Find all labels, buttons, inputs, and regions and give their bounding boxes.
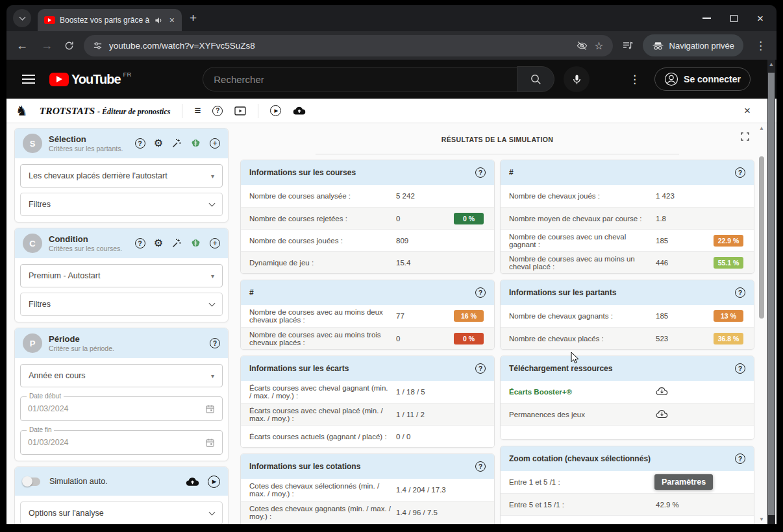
section-subtitle: Critère sur la période. bbox=[49, 345, 114, 352]
simulation-label: Simulation auto. bbox=[49, 477, 108, 486]
ai-brain-icon[interactable] bbox=[190, 238, 201, 249]
page-scrollbar[interactable]: ▲ bbox=[767, 60, 775, 524]
new-tab-button[interactable]: + bbox=[190, 11, 197, 25]
reload-button[interactable] bbox=[64, 40, 75, 51]
run-simulation-icon[interactable]: ▶ bbox=[270, 105, 281, 116]
run-simulation-icon[interactable]: ▶ bbox=[208, 476, 220, 488]
stat-value: 0 / 0 bbox=[396, 433, 452, 441]
help-icon[interactable]: ? bbox=[210, 338, 220, 348]
date-start-field[interactable]: Date début 01/03/2024 bbox=[20, 396, 223, 421]
percent-badge: 0 % bbox=[454, 333, 484, 345]
page-scrollbar-thumb[interactable] bbox=[768, 73, 775, 515]
gear-icon[interactable]: ⚙ bbox=[154, 138, 163, 149]
stats-panel: Informations sur les cotations ? Cotes d… bbox=[240, 453, 495, 524]
help-icon[interactable]: ? bbox=[135, 238, 145, 248]
help-icon[interactable]: ? bbox=[735, 287, 745, 298]
magic-wand-icon[interactable] bbox=[171, 138, 182, 149]
help-icon[interactable]: ? bbox=[475, 461, 486, 472]
extension-help-icon[interactable]: ? bbox=[212, 106, 223, 116]
help-icon[interactable]: ? bbox=[135, 138, 145, 149]
chevron-down-icon bbox=[209, 509, 216, 516]
eye-off-icon[interactable] bbox=[577, 40, 588, 51]
gear-icon[interactable]: ⚙ bbox=[154, 238, 163, 248]
youtube-menu-icon[interactable] bbox=[22, 75, 35, 83]
site-settings-icon[interactable] bbox=[93, 41, 103, 51]
bookmark-star-icon[interactable]: ☆ bbox=[594, 40, 603, 52]
youtube-logo[interactable]: YouTube FR bbox=[49, 73, 131, 86]
stat-row: Nombre de courses avec un cheval gagnant… bbox=[501, 229, 754, 251]
extension-close-button[interactable]: × bbox=[744, 104, 751, 117]
youtube-menu-dots[interactable]: ⋮ bbox=[629, 73, 640, 86]
stat-row: Nombre de courses avec au moins trois ch… bbox=[241, 327, 494, 349]
help-icon[interactable]: ? bbox=[475, 287, 486, 298]
periode-dropdown[interactable]: Année en cours ▾ bbox=[20, 364, 223, 387]
condition-filters-toggle[interactable]: Filtres bbox=[20, 293, 223, 316]
search-button[interactable] bbox=[517, 66, 554, 92]
panel-title: # bbox=[249, 288, 254, 297]
cloud-download-icon[interactable] bbox=[656, 409, 712, 420]
date-start-value: 01/03/2024 bbox=[28, 404, 69, 413]
window-controls: × bbox=[702, 13, 771, 24]
media-queue-icon[interactable] bbox=[622, 40, 634, 51]
forward-button[interactable]: → bbox=[39, 39, 55, 53]
add-icon[interactable]: + bbox=[210, 238, 220, 248]
selection-filters-toggle[interactable]: Filtres bbox=[20, 193, 223, 216]
active-tab[interactable]: Boostez vos paris grâce à l'i × bbox=[38, 9, 182, 31]
private-mode-badge[interactable]: Navigation privée bbox=[643, 34, 743, 56]
window-minimize-button[interactable] bbox=[702, 18, 711, 19]
selection-dropdown[interactable]: Les chevaux placés derrière l'autostart … bbox=[20, 164, 223, 187]
scroll-up-icon[interactable]: ▲ bbox=[758, 125, 765, 132]
tab-close-button[interactable]: × bbox=[168, 15, 177, 25]
stat-label: Nombre de chevaux placés : bbox=[509, 335, 656, 343]
scroll-down-icon[interactable]: ▼ bbox=[758, 516, 765, 523]
stat-row: Nombre de courses avec au moins deux che… bbox=[241, 305, 494, 327]
auto-simulation-toggle[interactable] bbox=[23, 478, 40, 486]
date-end-field[interactable]: Date fin 01/03/2024 bbox=[20, 430, 223, 455]
scroll-up-icon[interactable]: ▲ bbox=[767, 60, 775, 69]
extension-menu-icon[interactable]: ≡ bbox=[194, 104, 201, 117]
magic-wand-icon[interactable] bbox=[171, 238, 182, 248]
back-button[interactable]: ← bbox=[14, 39, 30, 53]
panel-body: Nombre de chevaux joués :1 423Nombre moy… bbox=[501, 185, 754, 273]
bottom-window-edge bbox=[0, 524, 783, 532]
tutorial-video-icon[interactable] bbox=[234, 106, 246, 115]
stats-panel-header: Téléchargement ressources ? bbox=[501, 356, 754, 381]
tab-search-button[interactable] bbox=[13, 9, 31, 27]
cloud-upload-icon[interactable] bbox=[293, 106, 306, 115]
condition-dropdown[interactable]: Premium - Autostart ▾ bbox=[20, 264, 223, 287]
stat-row: Nombre de chevaux placés :52336.8 % bbox=[501, 327, 754, 349]
calendar-icon[interactable] bbox=[205, 404, 215, 414]
mic-button[interactable] bbox=[564, 66, 590, 92]
help-icon[interactable]: ? bbox=[735, 453, 745, 464]
browser-menu-button[interactable]: ⋮ bbox=[752, 39, 769, 53]
analysis-options-toggle[interactable]: Options sur l'analyse bbox=[20, 502, 223, 524]
help-icon[interactable]: ? bbox=[475, 167, 486, 178]
chevron-down-icon bbox=[209, 300, 216, 307]
panel-body: Nombre de courses analysée :5 242Nombre … bbox=[241, 185, 494, 273]
cloud-download-icon[interactable] bbox=[656, 387, 712, 397]
stat-row bbox=[501, 515, 754, 524]
help-icon[interactable]: ? bbox=[735, 167, 745, 178]
badge-slot: 0 % bbox=[452, 333, 486, 345]
app-scrollbar-thumb[interactable] bbox=[759, 156, 764, 319]
help-icon[interactable]: ? bbox=[475, 363, 486, 374]
percent-badge: 0 % bbox=[454, 213, 484, 224]
youtube-favicon-icon bbox=[44, 16, 55, 24]
search-input[interactable]: Rechercher bbox=[203, 67, 517, 91]
url-field[interactable]: youtube.com/watch?v=XYFvc5SuZs8 ☆ bbox=[84, 35, 613, 56]
youtube-header: YouTube FR Rechercher ⋮ Se c bbox=[6, 60, 777, 99]
cloud-upload-icon[interactable] bbox=[186, 477, 199, 487]
badge-slot: 0 % bbox=[452, 213, 486, 224]
calendar-icon[interactable] bbox=[205, 438, 215, 448]
add-icon[interactable]: + bbox=[210, 138, 220, 149]
window-maximize-button[interactable] bbox=[730, 15, 738, 22]
url-text[interactable]: youtube.com/watch?v=XYFvc5SuZs8 bbox=[109, 41, 570, 51]
badge-slot: 36.8 % bbox=[712, 333, 745, 345]
signin-button[interactable]: Se connecter bbox=[654, 67, 751, 91]
ai-brain-icon[interactable] bbox=[190, 138, 201, 149]
audio-speaker-icon[interactable] bbox=[155, 16, 163, 25]
app-scrollbar[interactable]: ▲ ▼ bbox=[758, 125, 765, 523]
window-close-button[interactable]: × bbox=[757, 13, 764, 24]
help-icon[interactable]: ? bbox=[735, 363, 745, 374]
fullscreen-icon[interactable] bbox=[741, 132, 749, 143]
